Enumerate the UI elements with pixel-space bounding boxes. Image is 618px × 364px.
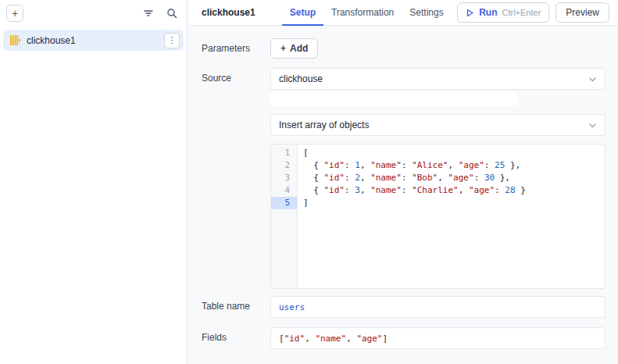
query-list-item-clickhouse1[interactable]: clickhouse1 ⋮: [3, 30, 184, 51]
kebab-icon: ⋮: [168, 36, 177, 45]
query-sidebar: +: [0, 0, 188, 364]
source-select-value: clickhouse: [279, 73, 323, 84]
source-label: Source: [202, 68, 270, 84]
run-button-label: Run: [479, 7, 497, 18]
run-button[interactable]: Run Ctrl+Enter: [457, 2, 549, 23]
parameters-row: Parameters + Add: [202, 38, 605, 59]
query-setup-form: Parameters + Add Source clickhouse: [188, 26, 618, 364]
code-editor[interactable]: 12345 [ { "id": 1, "name": "Alice", "age…: [270, 144, 605, 289]
query-title: clickhouse1: [202, 7, 255, 18]
sidebar-toolbar: +: [0, 0, 187, 26]
add-query-button[interactable]: +: [6, 5, 23, 22]
preview-button[interactable]: Preview: [555, 2, 609, 23]
plus-icon: +: [280, 43, 286, 54]
clickhouse-logo-icon: [10, 35, 20, 45]
parameters-label: Parameters: [202, 38, 270, 54]
operation-select-value: Insert array of objects: [279, 120, 369, 130]
play-icon: [466, 9, 474, 17]
search-icon[interactable]: [166, 8, 177, 19]
tab-transformation[interactable]: Transformation: [323, 0, 402, 26]
table-name-label: Table name: [202, 296, 270, 312]
query-item-menu-button[interactable]: ⋮: [164, 33, 180, 48]
fields-label: Fields: [202, 327, 270, 343]
chevron-down-icon: [588, 75, 597, 84]
code-content[interactable]: [ { "id": 1, "name": "Alice", "age": 25 …: [298, 145, 605, 288]
query-tabs: Setup Transformation Settings: [282, 0, 452, 25]
fields-row: Fields ["id", "name", "age"]: [202, 327, 605, 349]
tab-setup[interactable]: Setup: [282, 0, 323, 26]
add-parameter-label: Add: [290, 43, 308, 54]
fields-input[interactable]: ["id", "name", "age"]: [270, 327, 605, 349]
plus-icon: +: [12, 8, 18, 19]
table-name-row: Table name users: [202, 296, 605, 318]
add-parameter-button[interactable]: + Add: [270, 38, 318, 59]
source-select[interactable]: clickhouse: [270, 68, 605, 90]
filter-icon[interactable]: [143, 8, 154, 19]
header-actions: Run Ctrl+Enter Preview: [457, 2, 609, 23]
source-row: Source clickhouse Insert array of object…: [202, 68, 605, 289]
query-editor-panel: +: [0, 0, 618, 364]
source-subpanel: [270, 92, 517, 106]
sidebar-toolbar-icons: [143, 8, 177, 19]
operation-select[interactable]: Insert array of objects: [270, 114, 605, 136]
query-item-label: clickhouse1: [27, 35, 76, 46]
query-main-panel: clickhouse1 Setup Transformation Setting…: [188, 0, 618, 364]
tab-settings[interactable]: Settings: [402, 0, 451, 26]
query-header: clickhouse1 Setup Transformation Setting…: [188, 0, 618, 26]
table-name-input[interactable]: users: [270, 296, 605, 318]
chevron-down-icon: [588, 121, 597, 130]
run-shortcut: Ctrl+Enter: [502, 8, 541, 17]
code-gutter: 12345: [271, 145, 298, 288]
